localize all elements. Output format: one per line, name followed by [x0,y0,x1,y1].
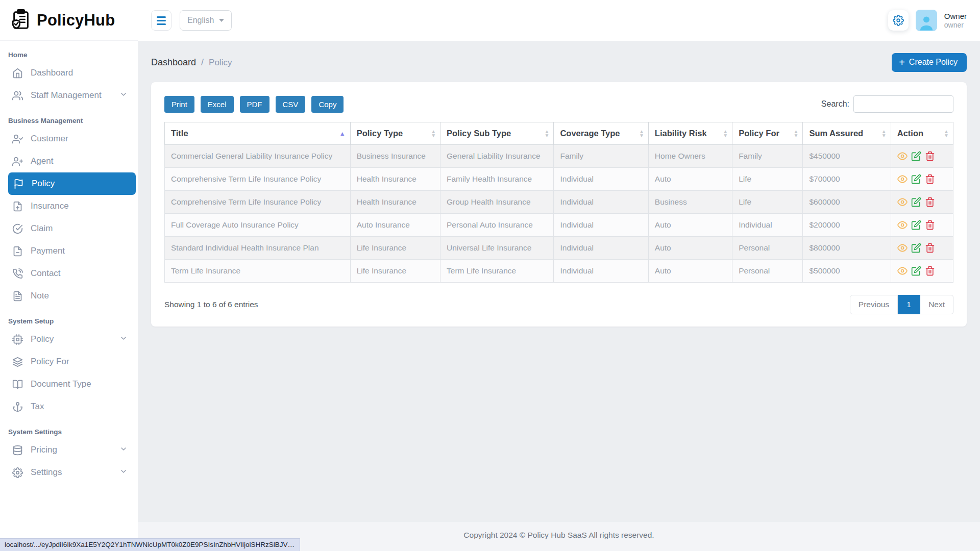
sidebar-item-payment[interactable]: Payment [0,240,135,262]
user-avatar[interactable] [916,10,937,31]
sidebar-item-staff-management[interactable]: Staff Management [0,84,135,107]
users-icon [12,90,23,101]
delete-button[interactable] [925,174,935,184]
sidebar-item-agent[interactable]: Agent [0,150,135,172]
cell-policy-sub-type: General Liability Insurance [440,145,554,168]
cell-policy-sub-type: Universal Life Insurance [440,237,554,260]
export-buttons: PrintExcelPDFCSVCopy [164,96,344,113]
delete-button[interactable] [925,243,935,253]
column-header-policy-type[interactable]: Policy Type▲▼ [350,122,440,145]
brand-logo[interactable]: PolicyHub [0,0,138,41]
view-button[interactable] [897,174,908,184]
sidebar-item-insurance[interactable]: Insurance [0,195,135,217]
column-header-sum-assured[interactable]: Sum Assured▲▼ [803,122,891,145]
edit-button[interactable] [911,220,921,230]
column-header-coverage-type[interactable]: Coverage Type▲▼ [554,122,648,145]
copy-export-button[interactable]: Copy [311,96,344,113]
cell-title: Commercial General Liability Insurance P… [165,145,351,168]
view-button[interactable] [897,266,908,276]
cell-sum-assured: $200000 [803,214,891,237]
cell-liability-risk: Auto [648,260,732,283]
card-toolbar: PrintExcelPDFCSVCopy Search: [164,95,953,113]
user-name: Owner [944,12,967,20]
edit-button[interactable] [911,174,921,184]
sort-icons: ▲▼ [723,130,728,138]
csv-export-button[interactable]: CSV [276,96,306,113]
cell-policy-for: Individual [732,214,803,237]
trash-icon [925,174,935,184]
cell-policy-type: Business Insurance [350,145,440,168]
cell-policy-type: Health Insurance [350,191,440,214]
sidebar-item-note[interactable]: Note [0,285,135,307]
pagination-page-1[interactable]: 1 [898,295,920,314]
column-header-action[interactable]: Action▲▼ [891,122,953,145]
trash-icon [925,220,935,230]
column-header-title[interactable]: Title▲ [165,122,351,145]
delete-button[interactable] [925,197,935,207]
language-dropdown[interactable]: English [180,10,232,31]
view-button[interactable] [897,243,908,253]
sort-icons: ▲▼ [944,130,949,138]
sidebar-item-contact[interactable]: Contact [0,262,135,285]
cell-policy-for: Personal [732,260,803,283]
breadcrumb-dashboard[interactable]: Dashboard [151,57,196,68]
sidebar-item-customer[interactable]: Customer [0,128,135,150]
column-header-policy-sub-type[interactable]: Policy Sub Type▲▼ [440,122,554,145]
search-input[interactable] [853,95,953,113]
book-icon [12,379,23,390]
sidebar-item-tax[interactable]: Tax [0,395,135,418]
column-header-policy-for[interactable]: Policy For▲▼ [732,122,803,145]
phone-icon [12,268,23,279]
edit-button[interactable] [911,266,921,276]
edit-button[interactable] [911,243,921,253]
cell-policy-type: Auto Insurance [350,214,440,237]
sidebar-item-dashboard[interactable]: Dashboard [0,62,135,84]
view-button[interactable] [897,220,908,230]
sidebar-item-claim[interactable]: Claim [0,217,135,240]
user-meta[interactable]: Owner owner [944,12,967,29]
breadcrumb-policy: Policy [209,58,232,68]
sidebar-item-policy[interactable]: Policy [8,172,136,195]
cell-title: Standard Individual Health Insurance Pla… [165,237,351,260]
sidebar-item-label: Contact [31,268,61,279]
cell-sum-assured: $500000 [803,260,891,283]
pagination: Previous1Next [850,295,953,314]
trash-icon [925,266,935,276]
sidebar-item-pricing[interactable]: Pricing [0,439,135,461]
view-button[interactable] [897,197,908,207]
chevron-down-icon [119,467,128,478]
create-policy-button[interactable]: + Create Policy [892,53,967,72]
table-body: Commercial General Liability Insurance P… [165,145,953,283]
topbar: English Owner owner [138,0,980,41]
sidebar-item-policy-for[interactable]: Policy For [0,350,135,373]
create-policy-label: Create Policy [909,58,958,67]
cell-coverage-type: Individual [554,214,648,237]
cell-policy-for: Life [732,191,803,214]
edit-button[interactable] [911,197,921,207]
sidebar-item-settings[interactable]: Settings [0,461,135,484]
print-export-button[interactable]: Print [164,96,194,113]
hamburger-icon[interactable] [151,10,172,31]
pdf-export-button[interactable]: PDF [240,96,270,113]
delete-button[interactable] [925,220,935,230]
delete-button[interactable] [925,266,935,276]
column-label: Liability Risk [655,129,707,138]
pagination-previous[interactable]: Previous [850,295,898,314]
column-header-liability-risk[interactable]: Liability Risk▲▼ [648,122,732,145]
delete-button[interactable] [925,151,935,161]
sidebar-item-label: Agent [31,156,53,166]
sidebar-item-document-type[interactable]: Document Type [0,373,135,395]
sidebar-item-policy[interactable]: Policy [0,328,135,350]
user-role: owner [944,21,967,29]
excel-export-button[interactable]: Excel [201,96,234,113]
person-icon [918,14,935,31]
view-button[interactable] [897,151,908,161]
cell-action [891,237,953,260]
trash-icon [925,151,935,161]
settings-gear-button[interactable] [888,10,909,31]
breadcrumb: Dashboard / Policy [151,57,232,68]
sidebar-item-label: Policy [32,179,55,189]
cell-policy-sub-type: Term Life Insurance [440,260,554,283]
edit-button[interactable] [911,151,921,161]
pagination-next[interactable]: Next [920,295,953,314]
